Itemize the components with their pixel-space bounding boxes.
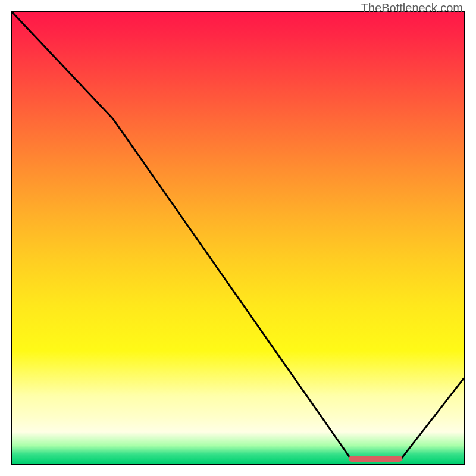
watermark-text: TheBottleneck.com: [361, 1, 463, 15]
optimal-range-marker: [349, 456, 402, 462]
bottleneck-curve: [12, 12, 464, 464]
chart-plot-area: [11, 11, 465, 465]
